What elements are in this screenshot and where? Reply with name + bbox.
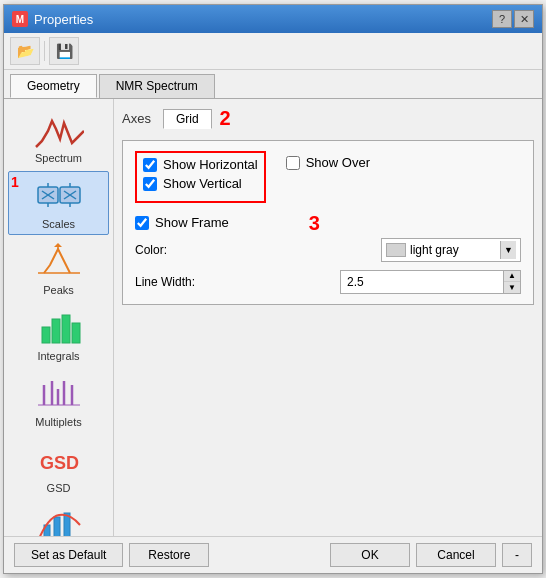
peaks-icon xyxy=(34,242,84,282)
show-over-checkbox[interactable] xyxy=(286,156,300,170)
spectrum-icon xyxy=(34,110,84,150)
sidebar-item-gsd[interactable]: GSD GSD xyxy=(8,435,109,499)
sidebar: Spectrum 1 xyxy=(4,99,114,536)
title-bar: M Properties ? ✕ xyxy=(4,5,542,33)
color-label: Color: xyxy=(135,243,215,257)
show-frame-checkbox[interactable] xyxy=(135,216,149,230)
tab-geometry[interactable]: Geometry xyxy=(10,74,97,98)
show-over-label: Show Over xyxy=(306,155,370,170)
window-controls: ? ✕ xyxy=(492,10,534,28)
axes-tabs-container: Grid xyxy=(163,109,212,129)
color-value: light gray xyxy=(410,243,496,257)
scales-icon xyxy=(34,176,84,216)
svg-marker-12 xyxy=(54,243,62,247)
show-over-row[interactable]: Show Over xyxy=(286,155,370,170)
integrals-icon xyxy=(34,308,84,348)
sidebar-item-spectrum[interactable]: Spectrum xyxy=(8,105,109,169)
sidebar-label-scales: Scales xyxy=(42,218,75,230)
color-swatch xyxy=(386,243,406,257)
show-horizontal-checkbox[interactable] xyxy=(143,158,157,172)
multiplets-icon xyxy=(34,374,84,414)
right-panel: Axes Grid 2 Show Horizontal xyxy=(114,99,542,536)
line-width-row: Line Width: ▲ ▼ xyxy=(135,270,521,294)
svg-rect-15 xyxy=(62,315,70,343)
show-horizontal-row[interactable]: Show Horizontal xyxy=(143,157,258,172)
app-icon: M xyxy=(12,11,28,27)
sidebar-label-multiplets: Multiplets xyxy=(35,416,81,428)
number-label-3: 3 xyxy=(309,211,320,234)
bottom-bar: Set as Default Restore OK Cancel - xyxy=(4,536,542,573)
show-frame-row[interactable]: Show Frame xyxy=(135,215,521,230)
svg-rect-16 xyxy=(72,323,80,343)
spinbox-buttons: ▲ ▼ xyxy=(503,271,520,293)
tab-nmr-spectrum[interactable]: NMR Spectrum xyxy=(99,74,215,98)
ok-button[interactable]: OK xyxy=(330,543,410,567)
toolbar: 📂 💾 xyxy=(4,33,542,70)
color-dropdown-button[interactable]: ▼ xyxy=(500,241,516,259)
show-vertical-checkbox[interactable] xyxy=(143,177,157,191)
sidebar-item-fitting[interactable]: Fitting xyxy=(8,501,109,536)
fitting-icon xyxy=(34,506,84,536)
sidebar-label-integrals: Integrals xyxy=(37,350,79,362)
spinbox-down-button[interactable]: ▼ xyxy=(504,282,520,293)
sidebar-label-peaks: Peaks xyxy=(43,284,74,296)
spinbox-up-button[interactable]: ▲ xyxy=(504,271,520,282)
sidebar-item-scales[interactable]: 1 Scales xyxy=(8,171,109,235)
sidebar-label-gsd: GSD xyxy=(47,482,71,494)
number-label-2: 2 xyxy=(220,107,231,130)
color-select[interactable]: light gray ▼ xyxy=(381,238,521,262)
svg-rect-13 xyxy=(42,327,50,343)
svg-text:GSD: GSD xyxy=(40,453,79,473)
sidebar-item-peaks[interactable]: Peaks xyxy=(8,237,109,301)
line-width-value[interactable] xyxy=(341,273,503,291)
show-horizontal-label: Show Horizontal xyxy=(163,157,258,172)
title-bar-left: M Properties xyxy=(12,11,93,27)
sidebar-item-integrals[interactable]: Integrals xyxy=(8,303,109,367)
properties-window: M Properties ? ✕ 📂 💾 Geometry NMR Spectr… xyxy=(3,4,543,574)
panel-box: Show Horizontal Show Vertical Show Over xyxy=(122,140,534,305)
set-as-default-button[interactable]: Set as Default xyxy=(14,543,123,567)
show-frame-label: Show Frame xyxy=(155,215,229,230)
axes-tab-grid[interactable]: Grid xyxy=(163,109,212,129)
main-content: Spectrum 1 xyxy=(4,98,542,536)
open-button[interactable]: 📂 xyxy=(10,37,40,65)
sidebar-item-multiplets[interactable]: Multiplets xyxy=(8,369,109,433)
show-vertical-row[interactable]: Show Vertical xyxy=(143,176,258,191)
sidebar-number-1: 1 xyxy=(11,174,19,190)
sidebar-label-spectrum: Spectrum xyxy=(35,152,82,164)
red-box-checkboxes: Show Horizontal Show Vertical xyxy=(135,151,266,203)
restore-button[interactable]: Restore xyxy=(129,543,209,567)
save-button[interactable]: 💾 xyxy=(49,37,79,65)
window-title: Properties xyxy=(34,12,93,27)
help-button[interactable]: ? xyxy=(492,10,512,28)
line-width-label: Line Width: xyxy=(135,275,215,289)
line-width-spinbox[interactable]: ▲ ▼ xyxy=(340,270,521,294)
dash-button[interactable]: - xyxy=(502,543,532,567)
svg-rect-14 xyxy=(52,319,60,343)
axes-label: Axes xyxy=(122,111,151,126)
close-button[interactable]: ✕ xyxy=(514,10,534,28)
axes-tabs-wrapper: Axes Grid 2 xyxy=(122,107,534,130)
gsd-icon: GSD xyxy=(34,440,84,480)
toolbar-divider xyxy=(44,41,45,61)
main-tabs: Geometry NMR Spectrum xyxy=(4,70,542,98)
show-vertical-label: Show Vertical xyxy=(163,176,242,191)
svg-rect-25 xyxy=(54,517,60,536)
color-row: Color: light gray ▼ xyxy=(135,238,521,262)
cancel-button[interactable]: Cancel xyxy=(416,543,496,567)
